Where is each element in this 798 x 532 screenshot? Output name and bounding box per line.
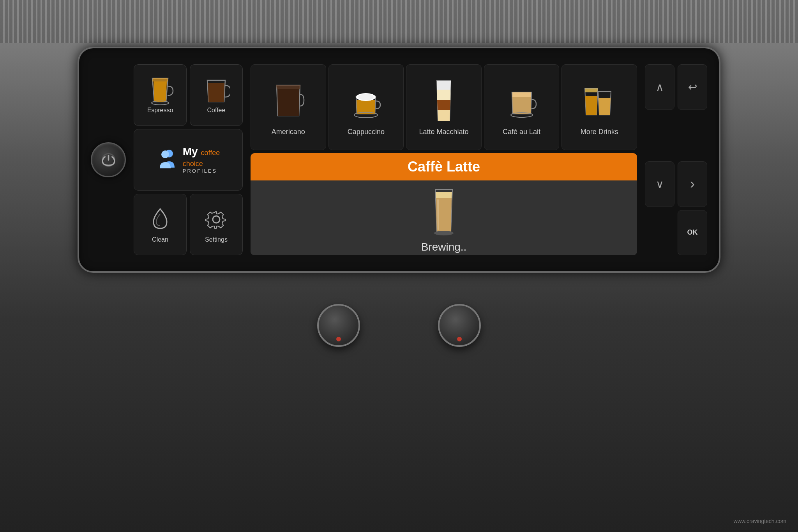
settings-label: Settings [205, 236, 228, 243]
profiles-icon [157, 147, 178, 172]
coffee-label: Coffee [207, 107, 226, 114]
clean-icon [147, 206, 174, 233]
top-grate [0, 0, 798, 43]
latte-illustration [424, 186, 463, 237]
clean-label: Clean [152, 236, 168, 243]
profiles-sub: PROFILES [183, 168, 220, 174]
svg-point-4 [213, 216, 220, 223]
cafe-au-lait-icon [502, 79, 541, 125]
brewing-status: Brewing.. [421, 241, 467, 253]
more-drinks-button[interactable]: More Drinks [561, 64, 637, 150]
left-grid: Espresso Coffee [134, 64, 243, 255]
brewing-content: Brewing.. [251, 180, 637, 255]
cappuccino-button[interactable]: Cappuccino [328, 64, 404, 150]
espresso-icon [147, 76, 174, 104]
left-knob[interactable] [317, 304, 360, 347]
latte-macchiato-button[interactable]: Latte Macchiato [406, 64, 482, 150]
cafe-au-lait-button[interactable]: Café au Lait [484, 64, 560, 150]
americano-button[interactable]: Americano [251, 64, 326, 150]
cafe-au-lait-label: Café au Lait [503, 128, 540, 136]
espresso-button[interactable]: Espresso [134, 64, 187, 126]
watermark: www.cravingtech.com [734, 518, 786, 524]
brewing-panel: Caffè Latte Brewing.. [251, 153, 637, 255]
svg-point-3 [161, 150, 169, 158]
espresso-label: Espresso [147, 107, 173, 114]
latte-macchiato-icon [424, 79, 463, 125]
cappuccino-icon [346, 79, 385, 125]
settings-icon [203, 206, 230, 233]
clean-button[interactable]: Clean [134, 194, 187, 255]
cappuccino-label: Cappuccino [348, 128, 385, 136]
more-drinks-icon [580, 79, 619, 125]
ok-button[interactable]: OK [678, 210, 707, 256]
right-nav: ∧ ↩ ∨ › OK [645, 64, 707, 255]
nav-up-button[interactable]: ∧ [645, 64, 674, 110]
svg-point-7 [358, 94, 374, 100]
brewing-title: Caffè Latte [408, 159, 480, 175]
power-button[interactable] [91, 142, 126, 177]
machine-body: Espresso Coffee [0, 0, 798, 532]
nav-back-button[interactable]: ↩ [678, 64, 707, 110]
right-knob[interactable] [438, 304, 481, 347]
settings-button[interactable]: Settings [190, 194, 243, 255]
machine-bottom [0, 304, 798, 355]
americano-icon [269, 79, 308, 125]
nav-down-button[interactable]: ∨ [645, 161, 674, 207]
americano-label: Americano [272, 128, 305, 136]
nav-forward-button[interactable]: › [678, 161, 707, 207]
main-display: Americano [251, 64, 637, 255]
profiles-my: My coffeechoice [183, 146, 220, 168]
coffee-icon [203, 76, 230, 104]
display-panel: Espresso Coffee [78, 47, 720, 273]
drink-row: Americano [251, 64, 637, 150]
more-drinks-label: More Drinks [581, 128, 618, 136]
latte-macchiato-label: Latte Macchiato [419, 128, 468, 136]
brewing-header: Caffè Latte [251, 153, 637, 180]
svg-point-9 [434, 231, 454, 235]
profiles-text: My coffeechoice PROFILES [183, 146, 220, 174]
profiles-button[interactable]: My coffeechoice PROFILES [134, 129, 243, 191]
coffee-button[interactable]: Coffee [190, 64, 243, 126]
